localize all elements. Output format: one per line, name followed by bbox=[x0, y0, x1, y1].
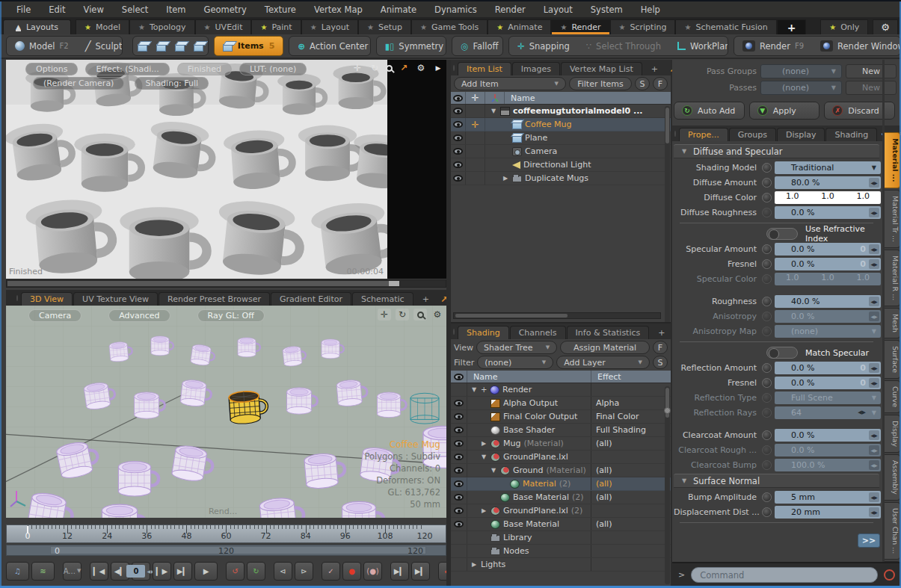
shader-row-groundplane-lxl[interactable]: ▼GroundPlane.lxl bbox=[451, 451, 671, 464]
effect-column-header[interactable]: Effect bbox=[591, 371, 671, 383]
menu-dynamics[interactable]: Dynamics bbox=[425, 1, 486, 17]
spinner-icon[interactable]: ◀▶ bbox=[858, 409, 866, 415]
items-selection-mode-button[interactable]: Items 5 bbox=[214, 36, 283, 56]
value-field-diffuse-roughness[interactable]: 0.0 %◀▶ bbox=[775, 206, 881, 219]
visibility-column-header[interactable] bbox=[451, 371, 467, 383]
toggle-use-refractive-index[interactable] bbox=[766, 228, 798, 240]
edges-mode-button[interactable] bbox=[152, 37, 170, 55]
channel-dot[interactable] bbox=[762, 327, 772, 336]
polygons-mode-button[interactable] bbox=[170, 37, 189, 55]
layer-effect[interactable]: Full Shading bbox=[591, 424, 671, 436]
shader-row-base-shader[interactable]: Base ShaderFull Shading bbox=[451, 424, 671, 437]
item-name-cell[interactable]: ▼coffeemugtutorialmodel0 ... bbox=[485, 105, 671, 117]
value-field-anisotropy[interactable]: 0.0 %◀▶ bbox=[775, 310, 881, 323]
layer-name-cell[interactable]: Material(2) bbox=[467, 477, 591, 490]
transform-cell[interactable] bbox=[466, 172, 485, 185]
spinner-icon[interactable]: ◀▶ bbox=[869, 378, 879, 388]
item-name-cell[interactable]: Coffee Mug bbox=[485, 118, 671, 131]
layer-name-cell[interactable]: Base Shader bbox=[467, 424, 591, 436]
menu-item[interactable]: Item bbox=[157, 1, 194, 17]
side-tab-display[interactable]: Display bbox=[885, 415, 900, 453]
passes-dropdown[interactable]: (none) ▼ bbox=[760, 81, 842, 95]
spinner-icon[interactable]: ◀▶ bbox=[869, 259, 879, 269]
value-field-roughness[interactable]: 40.0 %◀▶ bbox=[775, 295, 881, 308]
dropdown-reflection-type[interactable]: Full Scene▼ bbox=[775, 392, 881, 404]
side-tab-material[interactable]: Material ... bbox=[885, 132, 900, 188]
visibility-toggle[interactable] bbox=[451, 451, 467, 463]
channel-dot[interactable] bbox=[762, 208, 772, 217]
menu-layout[interactable]: Layout bbox=[535, 1, 582, 17]
spinner-icon[interactable]: ◀▶ bbox=[869, 492, 879, 502]
jump-last-button[interactable]: ▶▎ bbox=[411, 562, 430, 581]
rotate-icon[interactable]: ↻ bbox=[369, 62, 381, 74]
visibility-toggle[interactable] bbox=[451, 437, 467, 450]
layer-effect[interactable] bbox=[591, 545, 671, 557]
transform-cell[interactable] bbox=[466, 158, 485, 171]
tab-shading[interactable]: Shading bbox=[458, 326, 509, 339]
item-row-coffee-mug[interactable]: ✛Coffee Mug bbox=[451, 118, 671, 131]
side-tab-mesh[interactable]: Mesh bbox=[885, 308, 900, 338]
layer-effect[interactable]: (all) bbox=[591, 437, 671, 450]
assign-material-button[interactable]: Assign Material bbox=[560, 341, 650, 354]
goto-start-button[interactable]: ▎◀ bbox=[90, 562, 108, 581]
command-input[interactable] bbox=[691, 567, 878, 583]
value-field-clearcoat-rough[interactable]: 0.0 %◀▶ bbox=[775, 444, 881, 457]
shader-row-render[interactable]: ▼+Render bbox=[451, 383, 671, 397]
add-key-button[interactable]: ✓ bbox=[322, 562, 340, 581]
layer-name-cell[interactable]: Alpha Output bbox=[467, 397, 591, 409]
layer-effect[interactable] bbox=[591, 451, 671, 463]
tab-3d-view[interactable]: 3D View bbox=[21, 292, 73, 306]
add-layout-tab-button[interactable]: + bbox=[777, 19, 807, 34]
visibility-toggle[interactable] bbox=[451, 410, 467, 423]
camera-button[interactable]: Camera bbox=[28, 309, 82, 322]
channel-dot[interactable] bbox=[762, 297, 772, 306]
value-field-displacement-dist[interactable]: 20 mm◀▶ bbox=[775, 506, 881, 519]
scroll-knob[interactable] bbox=[664, 407, 671, 414]
layer-name-cell[interactable]: ▶GroundPlane.lxl(2) bbox=[467, 504, 591, 517]
channel-dot[interactable] bbox=[762, 178, 772, 188]
visibility-column-header[interactable] bbox=[451, 92, 466, 104]
key-down-button[interactable]: ↻ bbox=[247, 562, 265, 581]
render-preview-viewport[interactable]: OptionsEffect: (Shadi...FinishedLUT: (no… bbox=[6, 60, 446, 279]
value-field-clearcoat-bump[interactable]: 100.0 %◀▶ bbox=[775, 459, 881, 471]
pane-options-knob[interactable] bbox=[16, 295, 18, 301]
side-tab-assembly[interactable]: Assembly bbox=[885, 454, 900, 501]
key-brackets-button[interactable]: (●) bbox=[363, 562, 382, 581]
dropdown-anisotropy-map[interactable]: (none)▼ bbox=[775, 325, 881, 338]
item-name-cell[interactable]: Plane bbox=[485, 131, 671, 144]
model-tool-button[interactable]: Model F2 bbox=[7, 37, 77, 55]
transform-cell[interactable] bbox=[466, 145, 485, 158]
item-name-cell[interactable]: Camera bbox=[485, 145, 671, 158]
shader-row-base-material[interactable]: Base Material(2)(all) bbox=[451, 491, 671, 504]
item-row-duplicate-mugs[interactable]: ▶Duplicate Mugs bbox=[451, 172, 671, 185]
layouts-button[interactable]: ▲ Layouts bbox=[3, 19, 71, 34]
spinner-icon[interactable]: ◀▶ bbox=[869, 312, 879, 321]
tree-collapse-icon[interactable]: ▼ bbox=[480, 454, 488, 460]
layer-name-cell[interactable]: ▼+Render bbox=[467, 383, 591, 396]
value-field-fresnel[interactable]: 0.0 %0◀▶ bbox=[775, 258, 881, 270]
channel-dot[interactable] bbox=[762, 363, 772, 373]
pan-icon[interactable]: ✛ bbox=[351, 62, 363, 74]
channel-dot[interactable] bbox=[762, 274, 772, 284]
name-column-header[interactable]: Name bbox=[467, 371, 591, 383]
next-keyframe-button[interactable]: ⊳ bbox=[295, 562, 313, 581]
channel-dot[interactable] bbox=[762, 492, 772, 502]
tree-collapse-icon[interactable]: ▼ bbox=[470, 386, 478, 393]
viewport-3d[interactable]: CameraAdvancedRay GL: Off ✛ ↻ ⚙ Coffee M… bbox=[6, 306, 446, 518]
toggle-match-specular[interactable] bbox=[766, 347, 798, 359]
side-tab-material-tr[interactable]: Material Tr ... bbox=[885, 190, 900, 248]
layer-name-cell[interactable]: ▶Lights bbox=[467, 558, 591, 571]
spinner-icon[interactable]: ◀▶ bbox=[869, 430, 879, 440]
tab-render[interactable]: ★Render bbox=[551, 19, 609, 34]
auto-add-button[interactable]: ↻ Auto Add bbox=[674, 102, 745, 120]
lock-column-header[interactable]: ✛ bbox=[466, 92, 485, 104]
layer-effect[interactable] bbox=[591, 558, 671, 571]
tab-info-statistics[interactable]: Info & Statistics bbox=[567, 326, 650, 339]
visibility-toggle[interactable] bbox=[451, 477, 467, 490]
play-button[interactable]: ▶ bbox=[194, 562, 218, 581]
shader-row-library[interactable]: Library bbox=[451, 531, 671, 545]
layer-effect[interactable]: Final Color bbox=[591, 410, 671, 423]
new-pass-group-button[interactable]: New bbox=[846, 64, 897, 78]
key-up-button[interactable]: ↺ bbox=[226, 562, 245, 581]
tree-collapse-icon[interactable]: ▼ bbox=[490, 108, 497, 114]
